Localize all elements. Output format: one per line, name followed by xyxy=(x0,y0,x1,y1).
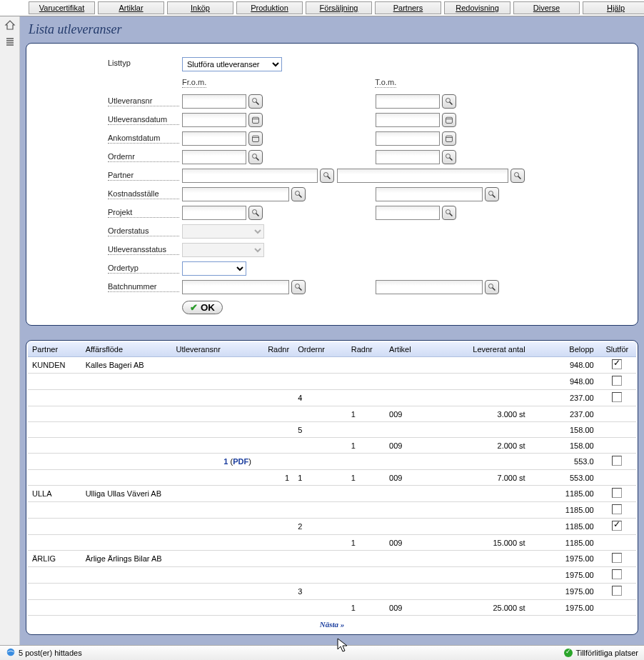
slutfor-checkbox[interactable] xyxy=(612,392,622,402)
ankomstdatum-to-calendar[interactable] xyxy=(442,131,456,146)
results-table: Partner Affärsflöde Utleveransnr Radnr O… xyxy=(28,342,636,616)
projekt-from-lookup[interactable] xyxy=(248,206,263,220)
nav-hjalp[interactable]: Hjälp xyxy=(583,1,644,14)
projekt-to-input[interactable] xyxy=(376,206,440,220)
utleveransnr-to-lookup[interactable] xyxy=(442,94,456,109)
col-ordernr[interactable]: Ordernr xyxy=(293,342,347,357)
ordernr-to-lookup[interactable] xyxy=(442,150,456,164)
home-icon[interactable] xyxy=(4,19,16,32)
nav-produktion[interactable]: Produktion xyxy=(236,1,303,14)
slutfor-checkbox[interactable] xyxy=(612,586,622,596)
svg-line-19 xyxy=(518,176,521,179)
utleveransstatus-select xyxy=(182,243,264,257)
slutfor-checkbox[interactable] xyxy=(612,504,622,514)
svg-point-12 xyxy=(253,154,257,159)
projekt-to-lookup[interactable] xyxy=(442,206,456,220)
nav-redovisning[interactable]: Redovisning xyxy=(444,1,510,14)
svg-point-28 xyxy=(296,284,300,289)
left-sidebar xyxy=(0,16,20,645)
nav-inkop[interactable]: Inköp xyxy=(167,1,233,14)
slutfor-checkbox[interactable] xyxy=(612,376,622,386)
orderstatus-label: Orderstatus xyxy=(108,226,179,236)
svg-point-14 xyxy=(446,154,451,159)
ordernr-to-input[interactable] xyxy=(376,150,440,164)
utleveransdatum-label: Utleveransdatum xyxy=(108,115,179,125)
utleveransnr-to-input[interactable] xyxy=(376,94,440,109)
nav-artiklar[interactable]: Artiklar xyxy=(98,1,164,14)
col-affarsflode[interactable]: Affärsflöde xyxy=(81,342,172,357)
batchnummer-to-lookup[interactable] xyxy=(485,280,499,294)
partner-from-lookup[interactable] xyxy=(320,169,334,183)
table-row: 5158.00 xyxy=(28,422,636,438)
col-artikel[interactable]: Artikel xyxy=(385,342,431,357)
svg-line-23 xyxy=(493,195,495,198)
svg-rect-10 xyxy=(446,136,453,141)
col-radnr2[interactable]: Radnr xyxy=(347,342,385,357)
nav-diverse[interactable]: Diverse xyxy=(513,1,580,14)
utleveransdatum-to-input[interactable] xyxy=(376,113,440,127)
ordertyp-select[interactable] xyxy=(182,261,246,276)
pdf-link[interactable]: PDF xyxy=(233,457,248,466)
utleveransdatum-to-calendar[interactable] xyxy=(442,113,456,127)
col-radnr1[interactable]: Radnr xyxy=(256,342,293,357)
utleveransdatum-from-calendar[interactable] xyxy=(248,113,263,127)
ordernr-label: Ordernr xyxy=(108,152,179,162)
svg-line-3 xyxy=(450,102,453,105)
slutfor-checkbox[interactable] xyxy=(612,521,622,531)
partner-to-lookup[interactable] xyxy=(510,169,525,183)
nav-partners[interactable]: Partners xyxy=(375,1,441,14)
svg-rect-4 xyxy=(253,117,259,123)
slutfor-checkbox[interactable] xyxy=(612,359,622,369)
partner-to-input[interactable] xyxy=(337,169,508,183)
slutfor-checkbox[interactable] xyxy=(612,553,622,563)
top-nav: Varucertifikat Artiklar Inköp Produktion… xyxy=(0,0,644,16)
svg-point-24 xyxy=(253,210,257,214)
slutfor-checkbox[interactable] xyxy=(612,488,622,498)
svg-line-27 xyxy=(450,214,453,216)
col-belopp[interactable]: Belopp xyxy=(530,342,598,357)
projekt-from-input[interactable] xyxy=(182,206,246,220)
svg-point-22 xyxy=(489,191,493,196)
ordernr-from-lookup[interactable] xyxy=(248,150,263,164)
utleveransnr-link[interactable]: 1 xyxy=(223,457,228,466)
table-row: 1 (PDF)553.0 xyxy=(28,454,636,470)
kostnadsstalle-to-lookup[interactable] xyxy=(485,187,499,201)
kostnadsstalle-to-input[interactable] xyxy=(376,187,483,201)
ankomstdatum-from-calendar[interactable] xyxy=(248,131,263,146)
ok-button[interactable]: ✔OK xyxy=(182,301,223,314)
listtyp-select[interactable]: Slutföra utleveranser xyxy=(182,57,282,71)
utleveransnr-from-input[interactable] xyxy=(182,94,246,109)
table-row: KUNDENKalles Bageri AB948.00 xyxy=(28,357,636,374)
col-levererat[interactable]: Levererat antal xyxy=(431,342,530,357)
kostnadsstalle-from-lookup[interactable] xyxy=(291,187,306,201)
col-slutfor[interactable]: Slutför xyxy=(598,342,636,357)
partner-from-input[interactable] xyxy=(182,169,318,183)
slutfor-checkbox[interactable] xyxy=(612,456,622,466)
list-icon[interactable] xyxy=(4,36,16,49)
pager-next[interactable]: Nästa » xyxy=(320,620,345,629)
utleveransstatus-label: Utleveransstatus xyxy=(108,245,179,255)
nav-forsaljning[interactable]: Försäljning xyxy=(306,1,372,14)
batchnummer-from-lookup[interactable] xyxy=(291,280,306,294)
nav-varucertifikat[interactable]: Varucertifikat xyxy=(29,1,95,14)
table-row: ÄRLIGÄrlige Ärlings Bilar AB1975.00 xyxy=(28,551,636,567)
table-row: 100915.000 st1185.00 xyxy=(28,535,636,551)
ankomstdatum-label: Ankomstdatum xyxy=(108,134,179,144)
col-utleveransnr[interactable]: Utleveransnr xyxy=(172,342,256,357)
results-panel: Partner Affärsflöde Utleveransnr Radnr O… xyxy=(26,340,638,635)
svg-line-13 xyxy=(256,158,259,161)
ankomstdatum-to-input[interactable] xyxy=(376,131,440,146)
batchnummer-to-input xyxy=(376,280,483,294)
col-partner[interactable]: Partner xyxy=(28,342,81,357)
kostnadsstalle-label: Kostnadsställe xyxy=(108,189,179,199)
svg-point-26 xyxy=(446,210,451,214)
slutfor-checkbox[interactable] xyxy=(612,569,622,579)
svg-point-20 xyxy=(296,191,300,196)
svg-rect-8 xyxy=(253,136,259,141)
ankomstdatum-from-input[interactable] xyxy=(182,131,246,146)
kostnadsstalle-from-input[interactable] xyxy=(182,187,289,201)
ordertyp-label: Ordertyp xyxy=(108,264,179,274)
ordernr-from-input[interactable] xyxy=(182,150,246,164)
utleveransnr-from-lookup[interactable] xyxy=(248,94,263,109)
utleveransdatum-from-input[interactable] xyxy=(182,113,246,127)
